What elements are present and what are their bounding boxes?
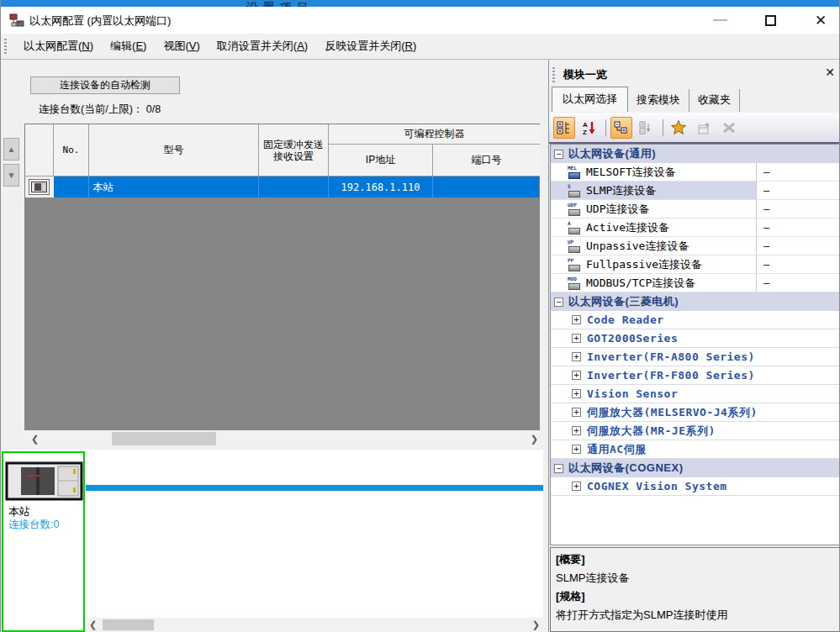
cell-fixed-buffer[interactable]	[259, 176, 329, 198]
panel-close-icon[interactable]: ✕	[825, 66, 835, 79]
expand-icon[interactable]: +	[572, 408, 581, 417]
summary-text: SLMP连接设备	[556, 569, 834, 587]
cell-ip[interactable]: 192.168.1.110	[329, 176, 433, 198]
plc-module-image	[5, 461, 83, 501]
column-header-ip: IP地址	[329, 145, 433, 176]
tree-item[interactable]: +通用AC伺服	[551, 440, 839, 459]
device-tree: −以太网设备(通用)MELMELSOFT连接设备–SSLMP连接设备–UDPUD…	[550, 144, 840, 545]
move-down-button[interactable]: ▼	[3, 164, 19, 187]
column-header-plc-group: 可编程控制器	[329, 124, 540, 145]
expand-all-icon[interactable]	[610, 117, 632, 139]
menu-item-0[interactable]: 以太网配置(N)	[24, 39, 93, 54]
tab-2[interactable]: 收藏夹	[689, 89, 740, 112]
menu-item-1[interactable]: 编辑(E)	[110, 39, 146, 54]
tree-item[interactable]: MODMODBUS/TCP连接设备–	[551, 274, 839, 292]
tree-item-value: –	[756, 163, 839, 182]
tree-item-label: MODBUS/TCP连接设备	[586, 276, 695, 291]
tree-item[interactable]: MELMELSOFT连接设备–	[551, 163, 839, 182]
delete-favorite-icon	[718, 117, 740, 139]
column-header-icon	[25, 124, 54, 176]
scrollbar-thumb[interactable]	[112, 432, 216, 445]
sort-order-icon[interactable]	[553, 117, 575, 139]
tree-item[interactable]: UPUnpassive连接设备–	[551, 237, 839, 255]
window-title: 以太网配置 (内置以太网端口)	[29, 13, 171, 29]
close-icon[interactable]: ✕	[801, 7, 840, 34]
spec-title: [规格]	[556, 587, 834, 606]
tree-item[interactable]: FPFullpassive连接设备–	[551, 255, 839, 274]
module-list-toolbar: AZ	[549, 113, 840, 144]
column-header-port: 端口号	[433, 145, 540, 176]
expand-icon[interactable]: +	[572, 482, 581, 491]
collapse-icon[interactable]: −	[554, 150, 563, 159]
connection-config-pane: 连接设备的自动检测 连接台数(当前/上限)： 0/8 ▲ ▼ No. 型号 固定…	[1, 60, 543, 632]
device-icon: S	[568, 184, 583, 198]
expand-icon[interactable]: +	[572, 315, 581, 324]
scroll-left-icon[interactable]: ❮	[89, 618, 97, 632]
toolbar-separator	[605, 119, 606, 136]
window-titlebar: 以太网配置 (内置以太网端口) ✕	[1, 7, 840, 34]
tree-item[interactable]: SSLMP连接设备–	[551, 182, 839, 200]
row-device-icon[interactable]	[29, 179, 50, 195]
column-header-no: No.	[54, 124, 89, 176]
diagram-horizontal-scrollbar[interactable]: ❮ ❯	[87, 618, 543, 632]
expand-icon[interactable]: +	[572, 426, 581, 435]
collapse-icon[interactable]: −	[554, 298, 563, 307]
tree-item-label: COGNEX Vision System	[587, 480, 727, 492]
device-icon: UP	[568, 240, 583, 253]
menubar-grip[interactable]	[4, 39, 7, 54]
cell-port[interactable]	[433, 176, 539, 198]
tree-item-value: –	[756, 237, 839, 255]
tree-item-label: GOT2000Series	[587, 332, 678, 345]
svg-text:Z: Z	[583, 129, 587, 135]
maximize-icon[interactable]	[751, 7, 790, 34]
tree-item-value: –	[756, 200, 839, 219]
tab-0[interactable]: 以太网选择	[552, 87, 628, 112]
expand-icon[interactable]: +	[572, 389, 581, 398]
table-horizontal-scrollbar[interactable]: ❮ ❯	[24, 430, 543, 447]
device-icon: A	[568, 221, 583, 234]
expand-icon[interactable]: +	[572, 445, 581, 454]
tree-group-header[interactable]: −以太网设备(三菱电机)	[551, 292, 839, 311]
scroll-left-icon[interactable]: ❮	[31, 430, 39, 447]
expand-icon[interactable]: +	[572, 371, 581, 380]
tree-item-value: –	[756, 274, 839, 292]
tree-item[interactable]: +COGNEX Vision System	[551, 477, 839, 496]
tree-item[interactable]: UDPUDP连接设备–	[551, 200, 839, 219]
menu-item-4[interactable]: 反映设置并关闭(R)	[325, 39, 416, 54]
expand-icon[interactable]: +	[572, 334, 581, 343]
scroll-right-icon[interactable]: ❯	[532, 618, 540, 632]
device-icon: MOD	[568, 276, 583, 290]
tree-item[interactable]: +Code Reader	[551, 311, 839, 329]
tree-item[interactable]: +GOT2000Series	[551, 329, 839, 348]
move-up-button[interactable]: ▲	[3, 138, 19, 161]
device-icon: MEL	[568, 166, 583, 179]
host-station-box[interactable]: 本站 连接台数:0	[2, 451, 85, 632]
tree-item-label: SLMP连接设备	[586, 183, 656, 198]
menu-item-3[interactable]: 取消设置并关闭(A)	[217, 39, 308, 54]
tree-item[interactable]: +Vision Sensor	[551, 385, 839, 403]
tree-item[interactable]: +伺服放大器(MR-JE系列)	[551, 422, 839, 440]
tree-group-header[interactable]: −以太网设备(COGNEX)	[551, 459, 839, 477]
tree-item-label: Active连接设备	[586, 220, 669, 235]
collapse-icon[interactable]: −	[554, 464, 563, 473]
minimize-icon[interactable]	[700, 7, 739, 34]
tree-item[interactable]: +Inverter(FR-F800 Series)	[551, 366, 839, 385]
tree-item[interactable]: +伺服放大器(MELSERVO-J4系列)	[551, 403, 839, 422]
menu-item-2[interactable]: 视图(V)	[163, 39, 199, 54]
add-favorite-icon	[693, 117, 715, 139]
tree-item[interactable]: AActive连接设备–	[551, 219, 839, 237]
favorite-star-icon[interactable]	[668, 117, 689, 139]
scroll-right-icon[interactable]: ❯	[531, 430, 538, 447]
tree-group-header[interactable]: −以太网设备(通用)	[551, 145, 839, 163]
tab-1[interactable]: 搜索模块	[628, 89, 689, 112]
auto-detect-button[interactable]: 连接设备的自动检测	[30, 76, 180, 94]
tree-item[interactable]: +Inverter(FR-A800 Series)	[551, 348, 839, 366]
sort-az-icon[interactable]: AZ	[578, 117, 600, 139]
cell-model[interactable]: 本站	[89, 176, 259, 198]
table-row[interactable]: 本站 192.168.1.110	[25, 176, 539, 198]
cell-no[interactable]	[54, 176, 89, 198]
spec-text: 将打开方式指定为SLMP连接时使用	[556, 606, 834, 624]
expand-icon[interactable]: +	[572, 352, 581, 361]
scrollbar-thumb[interactable]	[103, 619, 154, 630]
panel-grip[interactable]	[552, 67, 555, 82]
